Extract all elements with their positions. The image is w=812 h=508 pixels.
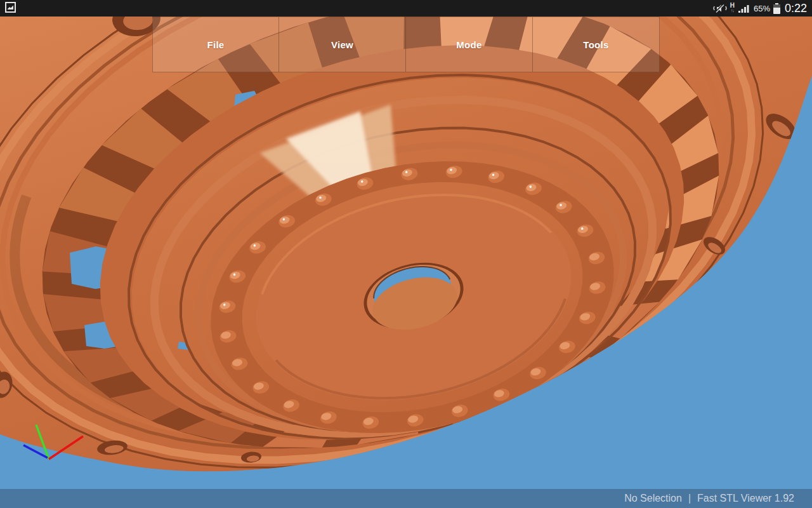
app-screen: H ↑↓ 65% 0:22 File View Mode Tools <box>0 0 812 508</box>
menu-item-tools[interactable]: Tools <box>533 17 660 72</box>
selection-status: No Selection <box>624 493 682 504</box>
hspa-icon: H ↑↓ <box>730 3 735 13</box>
menu-item-mode[interactable]: Mode <box>406 17 533 72</box>
footer-bar: No Selection | Fast STL Viewer 1.92 <box>0 489 812 508</box>
footer-separator: | <box>688 493 691 504</box>
menu-item-view[interactable]: View <box>279 17 406 72</box>
model-canvas[interactable] <box>0 0 812 508</box>
menu-item-file[interactable]: File <box>152 17 279 72</box>
clock: 0:22 <box>785 2 807 15</box>
status-bar: H ↑↓ 65% 0:22 <box>0 0 812 17</box>
battery-percent: 65% <box>754 4 770 13</box>
signal-strength-icon <box>738 3 750 13</box>
battery-icon <box>773 3 780 14</box>
app-version: Fast STL Viewer 1.92 <box>697 493 794 504</box>
screenshot-icon <box>5 2 16 15</box>
menu-bar: File View Mode Tools <box>152 17 660 72</box>
vibrate-mute-icon <box>713 3 727 13</box>
